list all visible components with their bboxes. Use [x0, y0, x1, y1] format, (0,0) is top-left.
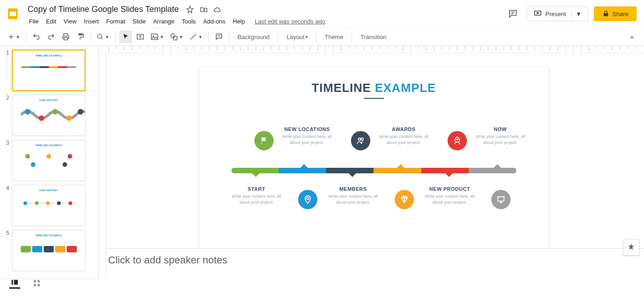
thumb-number: 4: [3, 185, 9, 226]
svg-rect-24: [38, 284, 40, 286]
separator: [115, 32, 115, 42]
move-icon[interactable]: [199, 5, 208, 14]
svg-point-11: [52, 109, 58, 114]
paint-format-button[interactable]: [74, 30, 87, 43]
menu-edit[interactable]: Edit: [43, 16, 59, 27]
svg-rect-23: [34, 284, 36, 286]
menu-format[interactable]: Format: [103, 16, 128, 27]
thumb-number: 2: [3, 95, 9, 136]
slide-thumb-2[interactable]: 2 OUR HISTORY: [3, 95, 96, 136]
share-button[interactable]: Share: [594, 6, 637, 21]
filmstrip-view-icon[interactable]: [9, 278, 20, 289]
slide-thumb-4[interactable]: 4 OUR HISTORY: [3, 185, 96, 226]
svg-rect-19: [12, 280, 13, 285]
svg-point-10: [39, 115, 44, 121]
document-title[interactable]: Copy of Timeline Google Slides Template: [26, 4, 181, 15]
last-edit-link[interactable]: Last edit was seconds ago: [255, 18, 325, 25]
menu-bar: File Edit View Insert Format Slide Arran…: [26, 16, 505, 27]
separator: [278, 32, 278, 42]
present-button[interactable]: Present ▼: [527, 6, 589, 21]
select-tool[interactable]: [119, 30, 132, 43]
thumb-number: 3: [3, 140, 9, 181]
app-header: Copy of Timeline Google Slides Template …: [0, 0, 644, 28]
slide-thumb-3[interactable]: 3 TIMELINE EXAMPLE: [3, 140, 96, 181]
separator: [91, 32, 91, 42]
explore-button[interactable]: [623, 239, 639, 256]
comments-icon[interactable]: [505, 6, 521, 22]
collapse-toolbar-icon[interactable]: ʌ: [626, 30, 638, 43]
svg-point-13: [78, 109, 83, 114]
star-icon[interactable]: [185, 5, 195, 14]
redo-button[interactable]: [45, 30, 58, 43]
main-workspace: 1 TIMELINE EXAMPLE 2 OUR HISTORY 3 TIMEL…: [0, 46, 644, 276]
cloud-icon[interactable]: [213, 5, 222, 14]
print-button[interactable]: [59, 30, 72, 43]
menu-help[interactable]: Help: [230, 16, 248, 27]
menu-arrange[interactable]: Arrange: [150, 16, 178, 27]
grid-view-icon[interactable]: [31, 278, 42, 289]
svg-point-3: [98, 34, 102, 38]
vertical-ruler: [99, 53, 106, 276]
pin-icon: [298, 190, 317, 209]
slide-canvas[interactable]: TIMELINE EXAMPLE NEW LOCATIONSWrite your…: [199, 67, 549, 248]
svg-point-7: [171, 34, 175, 38]
undo-button[interactable]: [30, 30, 43, 43]
svg-point-9: [25, 109, 30, 114]
svg-rect-5: [151, 34, 158, 40]
timeline-diagram[interactable]: NEW LOCATIONSWrite your content here, al…: [218, 122, 530, 223]
shape-tool[interactable]: ▼: [168, 30, 185, 43]
svg-rect-1: [10, 11, 16, 16]
timeline-item: NEW PRODUCTWrite your content here, all …: [422, 186, 477, 205]
thumb-number: 5: [3, 230, 9, 271]
menu-tools[interactable]: Tools: [178, 16, 199, 27]
svg-point-12: [66, 115, 72, 121]
present-label: Present: [546, 11, 566, 17]
timeline-item: MEMBERSWrite your content here, all abou…: [326, 186, 381, 205]
present-dropdown-icon[interactable]: ▼: [571, 11, 581, 17]
diamond-icon: [395, 190, 414, 209]
theme-button[interactable]: Theme: [320, 30, 348, 43]
comment-tool[interactable]: [213, 30, 225, 43]
separator: [229, 32, 230, 42]
menu-insert[interactable]: Insert: [80, 16, 102, 27]
background-button[interactable]: Background: [233, 30, 274, 43]
toolbar: ▼ ▼ ▼ ▼ ▼ Background Layout▾ Theme Trans…: [0, 28, 644, 46]
textbox-tool[interactable]: [134, 30, 147, 43]
menu-slide[interactable]: Slide: [129, 16, 149, 27]
layout-button[interactable]: Layout▾: [282, 30, 312, 43]
canvas-area: | | | | | | | | | | | | | | | | | | | | …: [99, 46, 644, 276]
new-slide-button[interactable]: ▼: [6, 30, 22, 43]
svg-rect-8: [173, 36, 177, 40]
svg-rect-18: [498, 197, 504, 201]
filmstrip[interactable]: 1 TIMELINE EXAMPLE 2 OUR HISTORY 3 TIMEL…: [0, 46, 99, 279]
flag-icon: [254, 131, 274, 150]
timeline-item: NOWWrite your content here, all about yo…: [473, 126, 528, 145]
menu-view[interactable]: View: [60, 16, 80, 27]
menu-addons[interactable]: Add-ons: [200, 16, 229, 27]
menu-file[interactable]: File: [26, 16, 42, 27]
slide-thumb-1[interactable]: 1 TIMELINE EXAMPLE: [3, 50, 96, 91]
speaker-notes[interactable]: Click to add speaker notes: [99, 248, 644, 276]
slide-title[interactable]: TIMELINE EXAMPLE: [218, 81, 530, 95]
svg-point-15: [361, 138, 363, 140]
timeline-item: AWARDSWrite your content here, all about…: [376, 126, 431, 145]
line-tool[interactable]: ▼: [187, 30, 205, 43]
timeline-item: NEW LOCATIONSWrite your content here, al…: [280, 126, 335, 145]
slide-stage[interactable]: TIMELINE EXAMPLE NEW LOCATIONSWrite your…: [99, 53, 644, 248]
horizontal-ruler: | | | | | | | | | | | | | | | | | | | | …: [99, 46, 644, 53]
rocket-icon: [448, 131, 467, 150]
slide-thumb-5[interactable]: 5 TIMELINE EXAMPLE: [3, 230, 96, 271]
svg-point-17: [306, 197, 309, 200]
svg-rect-20: [14, 280, 18, 285]
svg-rect-22: [38, 280, 40, 282]
image-tool[interactable]: ▼: [149, 30, 166, 43]
svg-rect-21: [34, 280, 36, 282]
timeline-bar: [231, 168, 517, 173]
zoom-button[interactable]: ▼: [95, 30, 111, 43]
svg-point-16: [456, 139, 458, 140]
separator: [316, 32, 316, 42]
transition-button[interactable]: Transition: [356, 30, 391, 43]
presentation-icon: [491, 190, 511, 209]
timeline-item: STARTWrite your content here, all about …: [229, 186, 284, 205]
slides-logo[interactable]: [4, 5, 22, 23]
